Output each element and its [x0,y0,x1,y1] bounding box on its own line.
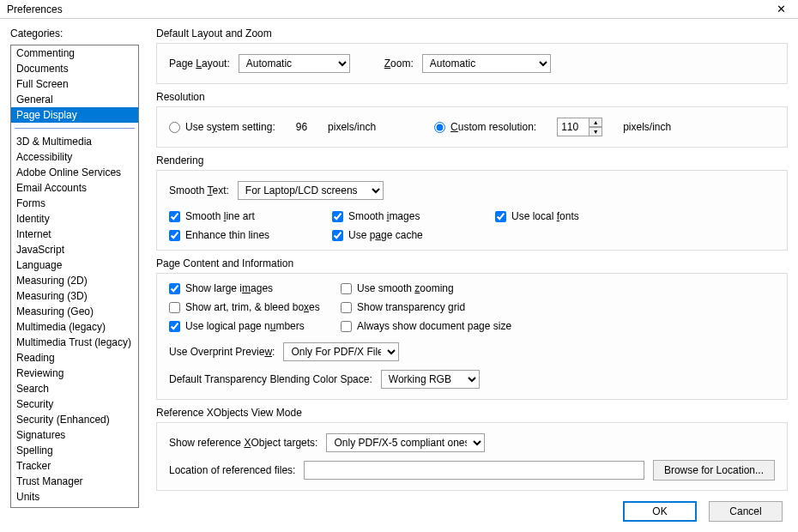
group-title-resolution: Resolution [156,91,788,103]
smooth-line-art-label: Smooth line art [185,210,255,222]
spinner-down-icon[interactable]: ▼ [589,127,602,136]
location-referenced-label: Location of referenced files: [169,464,295,476]
category-item[interactable]: Tracker [11,458,138,474]
zoom-label: Zoom: [384,57,414,70]
category-item[interactable]: Internet [11,227,138,242]
group-xobjects: Reference XObjects View Mode Show refere… [156,407,788,491]
page-layout-label: Page Layout: [169,57,230,70]
dialog-footer: OK Cancel [623,501,783,522]
always-show-doc-size-label: Always show document page size [357,320,511,332]
category-item[interactable]: Full Screen [11,76,138,92]
show-large-images-checkbox[interactable] [169,283,180,294]
category-item[interactable]: Signatures [11,427,138,443]
category-item[interactable]: Multimedia Trust (legacy) [11,335,138,350]
categories-label: Categories: [10,27,139,39]
use-system-label: Use system setting: [185,121,275,133]
custom-resolution-label: Custom resolution: [450,121,536,133]
smooth-images-label: Smooth images [348,210,420,222]
use-page-cache-checkbox[interactable] [332,230,343,241]
group-title-xobjects: Reference XObjects View Mode [156,407,788,419]
category-item[interactable]: Reviewing [11,366,138,381]
zoom-select[interactable]: Automatic [422,54,551,73]
blending-space-label: Default Transparency Blending Color Spac… [169,373,372,385]
spinner-up-icon[interactable]: ▲ [589,118,602,127]
location-referenced-field [304,461,644,480]
category-item[interactable]: Security (Enhanced) [11,412,138,427]
system-dpi-value: 96 [296,121,307,133]
ok-button[interactable]: OK [623,501,697,522]
category-item[interactable]: Spelling [11,443,138,458]
category-item[interactable]: Language [11,257,138,273]
category-separator [15,128,135,129]
enhance-thin-lines-checkbox[interactable] [169,230,180,241]
category-item[interactable]: Measuring (3D) [11,288,138,304]
always-show-doc-size-checkbox[interactable] [341,321,352,332]
category-item[interactable]: General [11,92,138,107]
show-transparency-grid-checkbox[interactable] [341,302,352,313]
show-art-trim-label: Show art, trim, & bleed boxes [185,301,320,313]
custom-resolution-spinner[interactable]: ▲ ▼ [557,118,602,136]
smooth-text-label: Smooth Text: [169,184,229,196]
blending-space-select[interactable]: Working RGB [381,370,480,389]
titlebar: Preferences ✕ [0,0,798,19]
group-layout-zoom: Default Layout and Zoom Page Layout: Aut… [156,27,788,84]
category-item[interactable]: Measuring (2D) [11,273,138,288]
smooth-text-select[interactable]: For Laptop/LCD screens [238,181,384,200]
use-smooth-zooming-label: Use smooth zooming [357,282,454,294]
use-smooth-zooming-checkbox[interactable] [341,283,352,294]
category-item[interactable]: Documents [11,61,138,76]
show-transparency-grid-label: Show transparency grid [357,301,465,313]
category-item[interactable]: JavaScript [11,242,138,257]
use-local-fonts-checkbox[interactable] [495,211,506,222]
pixels-inch-label-2: pixels/inch [623,121,671,133]
category-item[interactable]: Trust Manager [11,474,138,489]
use-logical-pages-checkbox[interactable] [169,321,180,332]
category-item[interactable]: Page Display [11,107,138,123]
category-item[interactable]: Accessibility [11,149,138,165]
category-item[interactable]: Reading [11,350,138,366]
custom-resolution-input[interactable] [557,118,589,136]
category-item[interactable]: Email Accounts [11,180,138,196]
page-layout-select[interactable]: Automatic [239,54,350,73]
group-title-page-content: Page Content and Information [156,257,788,269]
category-item[interactable]: Commenting [11,45,138,61]
group-page-content: Page Content and Information Show large … [156,257,788,400]
custom-resolution-radio[interactable] [434,122,445,133]
cancel-button[interactable]: Cancel [709,501,783,522]
show-ref-xobject-select[interactable]: Only PDF/X-5 compliant ones [326,433,485,452]
category-item[interactable]: Identity [11,211,138,227]
close-icon[interactable]: ✕ [771,3,791,15]
show-ref-xobject-label: Show reference XObject targets: [169,437,317,449]
category-item[interactable]: Units [11,489,138,505]
group-title-rendering: Rendering [156,154,788,166]
use-system-radio[interactable] [169,122,180,133]
window-title: Preferences [7,3,63,15]
enhance-thin-lines-label: Enhance thin lines [185,229,269,241]
browse-location-button[interactable]: Browse for Location... [653,460,775,481]
category-item[interactable]: Multimedia (legacy) [11,319,138,335]
pixels-inch-label-1: pixels/inch [328,121,376,133]
category-item[interactable]: Forms [11,196,138,211]
use-local-fonts-label: Use local fonts [511,210,579,222]
use-logical-pages-label: Use logical page numbers [185,320,305,332]
category-item[interactable]: 3D & Multimedia [11,134,138,149]
overprint-preview-label: Use Overprint Preview: [169,346,275,358]
categories-list[interactable]: CommentingDocumentsFull ScreenGeneralPag… [10,45,139,508]
show-art-trim-checkbox[interactable] [169,302,180,313]
category-item[interactable]: Measuring (Geo) [11,304,138,319]
smooth-line-art-checkbox[interactable] [169,211,180,222]
smooth-images-checkbox[interactable] [332,211,343,222]
show-large-images-label: Show large images [185,282,273,294]
group-rendering: Rendering Smooth Text: For Laptop/LCD sc… [156,154,788,251]
category-item[interactable]: Adobe Online Services [11,165,138,180]
overprint-preview-select[interactable]: Only For PDF/X Files [283,342,399,361]
use-page-cache-label: Use page cache [348,229,423,241]
group-title-layout-zoom: Default Layout and Zoom [156,27,788,39]
category-item[interactable]: Search [11,381,138,396]
group-resolution: Resolution Use system setting: 96 pixels… [156,91,788,148]
category-item[interactable]: Security [11,396,138,412]
